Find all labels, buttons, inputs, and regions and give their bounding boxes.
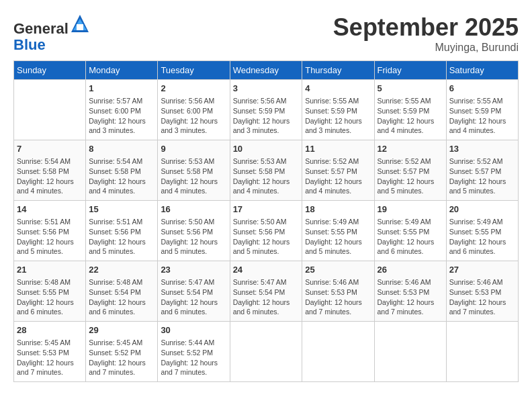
calendar-cell: 17Sunrise: 5:50 AM Sunset: 5:56 PM Dayli… <box>230 201 302 261</box>
location-title: Muyinga, Burundi <box>333 42 519 54</box>
calendar-cell <box>302 322 374 382</box>
calendar-cell: 10Sunrise: 5:53 AM Sunset: 5:58 PM Dayli… <box>230 140 302 201</box>
title-area: September 2025 Muyinga, Burundi <box>333 13 519 54</box>
day-number: 26 <box>378 264 443 276</box>
calendar-week-row: 7Sunrise: 5:54 AM Sunset: 5:58 PM Daylig… <box>14 140 519 201</box>
calendar-cell: 20Sunrise: 5:49 AM Sunset: 5:55 PM Dayli… <box>446 201 518 261</box>
month-title: September 2025 <box>333 13 519 42</box>
calendar-cell: 3Sunrise: 5:56 AM Sunset: 5:59 PM Daylig… <box>230 80 302 140</box>
day-number: 15 <box>89 203 154 216</box>
cell-content: Sunrise: 5:52 AM Sunset: 5:57 PM Dayligh… <box>378 156 443 196</box>
cell-content: Sunrise: 5:51 AM Sunset: 5:56 PM Dayligh… <box>89 217 154 257</box>
calendar-cell: 4Sunrise: 5:55 AM Sunset: 5:59 PM Daylig… <box>302 80 374 140</box>
cell-content: Sunrise: 5:46 AM Sunset: 5:53 PM Dayligh… <box>449 277 515 317</box>
day-number: 6 <box>449 83 515 95</box>
cell-content: Sunrise: 5:53 AM Sunset: 5:58 PM Dayligh… <box>161 156 226 196</box>
page-header: General Blue September 2025 Muyinga, Bur… <box>13 13 519 54</box>
logo: General Blue <box>13 13 90 53</box>
calendar-week-row: 28Sunrise: 5:45 AM Sunset: 5:53 PM Dayli… <box>14 322 519 382</box>
cell-content: Sunrise: 5:55 AM Sunset: 5:59 PM Dayligh… <box>305 96 371 136</box>
cell-content: Sunrise: 5:48 AM Sunset: 5:55 PM Dayligh… <box>17 277 83 317</box>
calendar-cell: 24Sunrise: 5:47 AM Sunset: 5:54 PM Dayli… <box>230 261 302 322</box>
day-number: 14 <box>17 203 83 216</box>
day-number: 7 <box>17 143 83 155</box>
day-header-tuesday: Tuesday <box>158 61 230 80</box>
day-number: 8 <box>89 143 154 155</box>
svg-rect-2 <box>77 24 83 30</box>
cell-content: Sunrise: 5:49 AM Sunset: 5:55 PM Dayligh… <box>305 217 371 257</box>
day-number: 18 <box>305 203 371 216</box>
day-header-monday: Monday <box>86 61 158 80</box>
cell-content: Sunrise: 5:50 AM Sunset: 5:56 PM Dayligh… <box>161 217 226 257</box>
day-header-friday: Friday <box>374 61 446 80</box>
day-header-thursday: Thursday <box>302 61 374 80</box>
cell-content: Sunrise: 5:54 AM Sunset: 5:58 PM Dayligh… <box>89 156 154 196</box>
calendar-cell: 9Sunrise: 5:53 AM Sunset: 5:58 PM Daylig… <box>158 140 230 201</box>
day-number: 19 <box>378 203 443 216</box>
calendar-cell: 21Sunrise: 5:48 AM Sunset: 5:55 PM Dayli… <box>14 261 86 322</box>
calendar-cell: 16Sunrise: 5:50 AM Sunset: 5:56 PM Dayli… <box>158 201 230 261</box>
cell-content: Sunrise: 5:47 AM Sunset: 5:54 PM Dayligh… <box>233 277 300 317</box>
day-number: 24 <box>233 264 300 276</box>
day-number: 3 <box>233 83 300 95</box>
calendar-week-row: 1Sunrise: 5:57 AM Sunset: 6:00 PM Daylig… <box>14 80 519 140</box>
calendar-cell: 12Sunrise: 5:52 AM Sunset: 5:57 PM Dayli… <box>374 140 446 201</box>
day-number: 2 <box>161 83 226 95</box>
calendar-cell: 23Sunrise: 5:47 AM Sunset: 5:54 PM Dayli… <box>158 261 230 322</box>
calendar-cell <box>230 322 302 382</box>
day-number: 11 <box>305 143 371 155</box>
calendar-cell: 1Sunrise: 5:57 AM Sunset: 6:00 PM Daylig… <box>86 80 158 140</box>
cell-content: Sunrise: 5:45 AM Sunset: 5:52 PM Dayligh… <box>89 338 154 377</box>
day-number: 21 <box>17 264 83 276</box>
day-number: 4 <box>305 83 371 95</box>
cell-content: Sunrise: 5:45 AM Sunset: 5:53 PM Dayligh… <box>17 338 83 377</box>
calendar-table: SundayMondayTuesdayWednesdayThursdayFrid… <box>13 60 519 382</box>
cell-content: Sunrise: 5:49 AM Sunset: 5:55 PM Dayligh… <box>449 217 515 257</box>
cell-content: Sunrise: 5:47 AM Sunset: 5:54 PM Dayligh… <box>161 277 226 317</box>
calendar-cell: 14Sunrise: 5:51 AM Sunset: 5:56 PM Dayli… <box>14 201 86 261</box>
day-number: 20 <box>449 203 515 216</box>
calendar-cell: 6Sunrise: 5:55 AM Sunset: 5:59 PM Daylig… <box>446 80 518 140</box>
calendar-cell <box>14 80 86 140</box>
cell-content: Sunrise: 5:55 AM Sunset: 5:59 PM Dayligh… <box>378 96 443 136</box>
calendar-cell: 27Sunrise: 5:46 AM Sunset: 5:53 PM Dayli… <box>446 261 518 322</box>
cell-content: Sunrise: 5:55 AM Sunset: 5:59 PM Dayligh… <box>449 96 515 136</box>
day-header-saturday: Saturday <box>446 61 518 80</box>
day-number: 17 <box>233 203 300 216</box>
day-number: 23 <box>161 264 226 276</box>
cell-content: Sunrise: 5:57 AM Sunset: 6:00 PM Dayligh… <box>89 96 154 136</box>
calendar-cell: 7Sunrise: 5:54 AM Sunset: 5:58 PM Daylig… <box>14 140 86 201</box>
calendar-cell: 25Sunrise: 5:46 AM Sunset: 5:53 PM Dayli… <box>302 261 374 322</box>
calendar-cell: 28Sunrise: 5:45 AM Sunset: 5:53 PM Dayli… <box>14 322 86 382</box>
cell-content: Sunrise: 5:44 AM Sunset: 5:52 PM Dayligh… <box>161 338 226 377</box>
cell-content: Sunrise: 5:52 AM Sunset: 5:57 PM Dayligh… <box>305 156 371 196</box>
cell-content: Sunrise: 5:54 AM Sunset: 5:58 PM Dayligh… <box>17 156 83 196</box>
logo-icon <box>70 13 90 34</box>
cell-content: Sunrise: 5:49 AM Sunset: 5:55 PM Dayligh… <box>378 217 443 257</box>
calendar-cell <box>446 322 518 382</box>
cell-content: Sunrise: 5:52 AM Sunset: 5:57 PM Dayligh… <box>449 156 515 196</box>
logo-general-text: General <box>13 20 69 37</box>
day-number: 28 <box>17 324 83 336</box>
cell-content: Sunrise: 5:56 AM Sunset: 6:00 PM Dayligh… <box>161 96 226 136</box>
calendar-cell: 19Sunrise: 5:49 AM Sunset: 5:55 PM Dayli… <box>374 201 446 261</box>
day-number: 16 <box>161 203 226 216</box>
cell-content: Sunrise: 5:48 AM Sunset: 5:54 PM Dayligh… <box>89 277 154 317</box>
day-number: 9 <box>161 143 226 155</box>
day-number: 27 <box>449 264 515 276</box>
cell-content: Sunrise: 5:51 AM Sunset: 5:56 PM Dayligh… <box>17 217 83 257</box>
day-header-sunday: Sunday <box>14 61 86 80</box>
cell-content: Sunrise: 5:50 AM Sunset: 5:56 PM Dayligh… <box>233 217 300 257</box>
day-header-wednesday: Wednesday <box>230 61 302 80</box>
day-number: 1 <box>89 83 154 95</box>
calendar-week-row: 21Sunrise: 5:48 AM Sunset: 5:55 PM Dayli… <box>14 261 519 322</box>
calendar-cell: 18Sunrise: 5:49 AM Sunset: 5:55 PM Dayli… <box>302 201 374 261</box>
calendar-cell <box>374 322 446 382</box>
calendar-cell: 22Sunrise: 5:48 AM Sunset: 5:54 PM Dayli… <box>86 261 158 322</box>
cell-content: Sunrise: 5:46 AM Sunset: 5:53 PM Dayligh… <box>378 277 443 317</box>
calendar-cell: 15Sunrise: 5:51 AM Sunset: 5:56 PM Dayli… <box>86 201 158 261</box>
calendar-week-row: 14Sunrise: 5:51 AM Sunset: 5:56 PM Dayli… <box>14 201 519 261</box>
logo-blue-text: Blue <box>13 36 46 53</box>
cell-content: Sunrise: 5:53 AM Sunset: 5:58 PM Dayligh… <box>233 156 300 196</box>
calendar-cell: 30Sunrise: 5:44 AM Sunset: 5:52 PM Dayli… <box>158 322 230 382</box>
